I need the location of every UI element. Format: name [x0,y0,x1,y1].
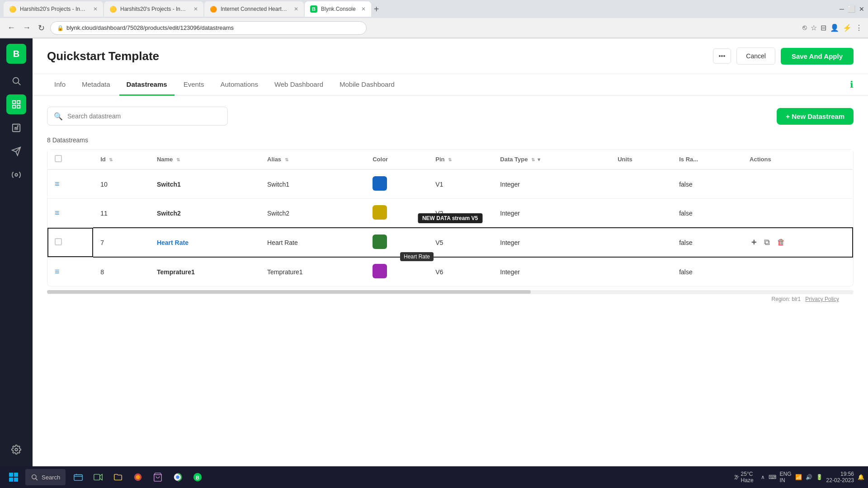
chevron-up-icon[interactable]: ∧ [761,474,765,480]
sidebar-item-automations[interactable] [6,165,26,185]
forward-button[interactable]: → [21,21,33,34]
taskbar-search[interactable]: Search [25,469,66,485]
sidebar-toggle-icon[interactable]: ⊟ [821,23,826,32]
sort-alias-icon: ⇅ [285,157,288,162]
search-box[interactable]: 🔍 [47,107,228,126]
color-swatch[interactable] [373,176,387,191]
browser-tab-3[interactable]: 🟠 Internet Connected Heart Rate M... ✕ [204,1,304,17]
row-name[interactable]: Heart Rate NEW DATA stream V5 [150,228,260,257]
row-color[interactable]: Heart Rate [365,228,428,257]
filter-datatype-icon[interactable]: ▼ [537,157,542,162]
row-checkbox[interactable] [55,238,62,245]
row-checkbox-cell[interactable] [47,228,93,257]
select-all-header[interactable] [47,150,93,169]
svg-point-10 [15,448,18,451]
svg-rect-12 [9,473,13,477]
save-apply-button[interactable]: Save And Apply [781,48,854,65]
col-pin[interactable]: Pin ⇅ [428,150,493,169]
user-avatar-icon[interactable]: 👤 [830,23,839,32]
row-name[interactable]: Switch2 [150,199,260,228]
tab-events[interactable]: Events [176,74,212,96]
tab-info[interactable]: Info [47,74,73,96]
more-options-button[interactable]: ••• [713,48,731,64]
notification-icon[interactable]: 🔔 [858,474,864,480]
tab-label-3: Internet Connected Heart Rate M... [221,6,288,12]
menu-icon[interactable]: ⋮ [855,23,863,32]
tab-automations[interactable]: Automations [213,74,265,96]
taskbar-volume-icon[interactable]: 🔊 [806,474,812,480]
col-id[interactable]: Id ⇅ [93,150,150,169]
share-icon[interactable]: ⎋ [802,23,807,32]
taskbar-blynk[interactable]: B [189,468,207,486]
row-color[interactable] [365,169,428,199]
cancel-button[interactable]: Cancel [736,47,775,65]
search-input[interactable] [67,113,221,120]
tab-close-3[interactable]: ✕ [294,6,298,12]
row-checkbox-cell[interactable]: ≡ [47,169,93,199]
taskbar-files[interactable] [109,468,127,486]
help-icon[interactable]: ℹ [850,79,854,90]
maximize-icon[interactable]: ⬜ [848,5,855,13]
new-tab-button[interactable]: + [374,4,379,14]
row-checkbox-cell[interactable]: ≡ [47,199,93,228]
taskbar-store[interactable] [149,468,167,486]
row-color[interactable] [365,257,428,286]
taskbar-kb-icon[interactable]: ⌨ [769,474,776,480]
sidebar-item-notifications[interactable] [6,141,26,161]
col-color: Color [365,150,428,169]
table-row: 7 Heart Rate NEW DATA stream V5 Heart Ra… [47,228,853,257]
tab-metadata[interactable]: Metadata [75,74,118,96]
weather-cond: Haze [741,477,754,483]
tab-web-dashboard[interactable]: Web Dashboard [267,74,330,96]
scrollbar-thumb[interactable] [47,290,531,294]
extensions-icon[interactable]: ⚡ [843,23,852,32]
start-button[interactable] [4,467,24,487]
taskbar-wifi-icon[interactable]: 📶 [795,474,802,480]
tab-label-1: Harshits20's Projects - Instructab... [20,6,88,12]
copy-datastream-button[interactable]: ⧉ [762,236,772,249]
reload-button[interactable]: ↻ [36,21,47,35]
sidebar-logo[interactable]: B [6,44,26,64]
tab-mobile-dashboard[interactable]: Mobile Dashboard [332,74,402,96]
sidebar-item-grid[interactable] [6,94,26,114]
sidebar-item-settings[interactable] [6,440,26,460]
select-all-checkbox[interactable] [55,155,62,162]
add-datastream-button[interactable]: + [750,235,759,249]
taskbar-firefox[interactable] [129,468,147,486]
browser-tab-1[interactable]: 🟡 Harshits20's Projects - Instructab... … [4,1,103,17]
back-button[interactable]: ← [5,21,17,34]
tab-close-1[interactable]: ✕ [93,6,98,12]
new-datastream-button[interactable]: + New Datastream [777,108,854,125]
browser-tab-2[interactable]: 🟡 Harshits20's Projects - Instructab... … [104,1,203,17]
minimize-icon[interactable]: ─ [840,5,844,13]
app-layout: B Quickstart Template ••• [0,38,868,488]
close-icon[interactable]: ✕ [859,5,864,13]
col-name[interactable]: Name ⇅ [150,150,260,169]
toolbar-icons: ⎋ ☆ ⊟ 👤 ⚡ ⋮ [802,23,863,32]
sidebar-item-search[interactable] [6,71,26,91]
address-bar[interactable]: 🔒 blynk.cloud/dashboard/75028/products/e… [50,21,367,35]
color-swatch[interactable] [373,205,387,220]
sidebar-item-analytics[interactable] [6,118,26,138]
col-datatype[interactable]: Data Type ⇅ ▼ [493,150,610,169]
main-content: Quickstart Template ••• Cancel Save And … [33,38,868,488]
row-name[interactable]: Switch1 [150,169,260,199]
taskbar-time[interactable]: 19:56 22-02-2023 [826,471,854,483]
color-swatch[interactable] [373,235,387,249]
taskbar-meet[interactable] [89,468,107,486]
delete-datastream-button[interactable]: 🗑 [775,236,787,249]
horizontal-scrollbar[interactable] [47,290,854,294]
browser-tab-4[interactable]: B Blynk.Console ✕ [305,1,371,17]
tab-close-4[interactable]: ✕ [361,6,366,12]
col-alias[interactable]: Alias ⇅ [260,150,365,169]
row-name[interactable]: Temprature1 [150,257,260,286]
row-checkbox-cell[interactable]: ≡ [47,257,93,286]
taskbar-battery-icon[interactable]: 🔋 [816,474,823,480]
taskbar-chrome[interactable] [169,468,187,486]
bookmark-icon[interactable]: ☆ [811,23,817,32]
color-swatch[interactable] [373,264,387,278]
privacy-policy-link[interactable]: Privacy Policy [805,296,839,302]
tab-datastreams[interactable]: Datastreams [119,74,175,96]
taskbar-explorer[interactable] [69,468,87,486]
tab-close-2[interactable]: ✕ [193,6,198,12]
